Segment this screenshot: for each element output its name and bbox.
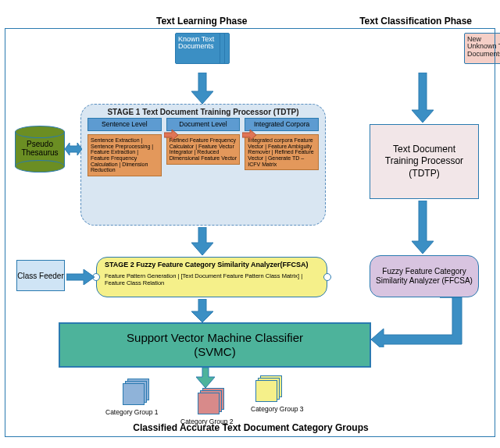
svmc-line2: (SVMC) [194, 345, 235, 359]
arrow-known-to-stage1-icon [191, 73, 213, 104]
stage2-title: STAGE 2 Fuzzy Feature Category Similarit… [105, 261, 319, 269]
tdtp-line1: Text Document [393, 144, 455, 156]
arrow-svmc-to-groups-icon [196, 368, 215, 388]
tdtp-box: Text Document Training Processor (TDTP) [370, 124, 479, 199]
stage1-col1-body: Sentence Extraction | Sentence Preproces… [88, 134, 162, 176]
bottom-title: Classified Accurate Text Document Catego… [5, 422, 496, 433]
svmc-box: Support Vector Machine Classifier (SVMC) [59, 322, 371, 368]
ffcsa-line1: Fuzzy Feature Category [382, 267, 466, 276]
thesaurus-label: Pseudo Thesaurus [15, 140, 65, 157]
stage1-arrow2-icon [242, 130, 256, 140]
svmc-line1: Support Vector Machine Classifier [127, 331, 303, 345]
arrow-stage1-to-stage2-icon [191, 227, 213, 255]
stage1-tdtp-box: STAGE 1 Text Document Training Processor… [80, 104, 326, 226]
unknown-docs-label: New Unknown Text Documents [467, 36, 500, 58]
classification-phase-label: Text Classification Phase [359, 16, 472, 27]
arrow-unknown-to-tdtp-icon [412, 73, 434, 123]
arrow-thesaurus-stage1-icon [65, 140, 82, 158]
pseudo-thesaurus: Pseudo Thesaurus [15, 126, 65, 172]
known-docs-label: Known Text Documents [178, 36, 223, 51]
catgrp3-label: Category Group 3 [251, 405, 304, 413]
tdtp-line2: Training Processor [385, 155, 463, 168]
stage2-body: Feature Pattern Generation | [Text Docum… [105, 272, 319, 286]
learning-phase-label: Text Learning Phase [156, 16, 247, 27]
catgrp1-label: Category Group 1 [105, 408, 159, 416]
arrow-ffcsa-to-svmc-icon [371, 297, 465, 347]
stage1-arrow1-icon [164, 130, 178, 140]
ffcsa-box: Fuzzy Feature CategorySimilarity Analyze… [370, 255, 479, 297]
arrow-tdtp-to-ffcsa-icon [412, 201, 434, 254]
ffcsa-line2: Similarity Analyzer (FFCSA) [376, 276, 473, 285]
tdtp-line3: (TDTP) [409, 168, 439, 180]
arrow-feeder-to-stage2-icon [66, 269, 95, 285]
stage1-col1-header: Sentence Level [88, 118, 162, 131]
arrow-stage2-to-svmc-icon [191, 299, 213, 322]
stage2-ffcsa-box: STAGE 2 Fuzzy Feature Category Similarit… [96, 257, 327, 297]
stage1-col-document: Document Level Refined Feature Frequency… [166, 118, 241, 176]
diagram-frame: Pseudo Thesaurus STAGE 1 Text Document T… [5, 28, 495, 437]
stage1-title: STAGE 1 Text Document Training Processor… [81, 105, 325, 118]
stage1-col-corpora: Integrated Corpora Integrated corpora Fe… [245, 118, 319, 176]
class-feeder: Class Feeder [16, 260, 65, 291]
stage1-col-sentence: Sentence Level Sentence Extraction | Sen… [88, 118, 162, 176]
